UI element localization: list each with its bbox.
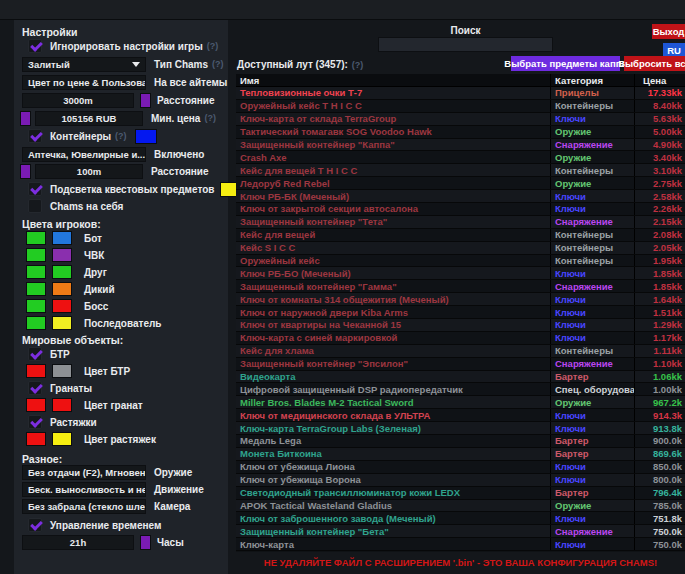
hidden-color-swatch[interactable] bbox=[52, 231, 72, 245]
item-category: Ключи bbox=[550, 319, 634, 331]
ignore-game-settings-checkbox[interactable] bbox=[28, 39, 42, 53]
btr-color-swatch-1[interactable] bbox=[26, 364, 46, 378]
table-row[interactable]: Защищенный контейнер "Бета" Снаряжение 7… bbox=[236, 525, 685, 538]
table-row[interactable]: Ключ от квартиры на Чеканной 15 Ключи 1.… bbox=[236, 319, 685, 332]
table-row[interactable]: Кейс для хлама Контейнеры 1.11kk bbox=[236, 345, 685, 358]
btr-color-swatch-2[interactable] bbox=[52, 364, 72, 378]
hidden-color-swatch[interactable] bbox=[52, 299, 72, 313]
time-color-swatch[interactable] bbox=[140, 535, 151, 550]
time-input[interactable]: 21h bbox=[22, 535, 134, 550]
tripwire-color-swatch-1[interactable] bbox=[26, 432, 46, 446]
table-row[interactable]: Ключ-карта с синей маркировкой Ключи 1.1… bbox=[236, 332, 685, 345]
table-row[interactable]: Ключ-карта от склада TerraGroup Ключи 5.… bbox=[236, 113, 685, 126]
grenade-color-swatch-1[interactable] bbox=[26, 398, 46, 412]
containers-checkbox[interactable] bbox=[28, 129, 42, 143]
meds-distance-color-swatch[interactable] bbox=[20, 164, 31, 179]
tripwire-color-swatch-2[interactable] bbox=[52, 432, 72, 446]
min-price-input[interactable]: 105156 RUB bbox=[35, 111, 143, 126]
table-row[interactable]: Оружейный кейс T H I C C Контейнеры 8.40… bbox=[236, 100, 685, 113]
all-items-dropdown[interactable]: Цвет по цене & Пользователь bbox=[22, 75, 146, 90]
table-row[interactable]: Тепловизионные очки Т-7 Прицелы 17.33kk bbox=[236, 87, 685, 100]
column-header-category[interactable]: Категория bbox=[550, 74, 634, 86]
table-row[interactable]: Ключ от убежища Ворона Ключи 800.0k bbox=[236, 474, 685, 487]
btr-checkbox[interactable] bbox=[28, 347, 42, 361]
item-category: Оружие bbox=[550, 151, 634, 163]
table-row[interactable]: Ключ-карта TerraGroup Labs (Зеленая) Клю… bbox=[236, 422, 685, 435]
help-marker[interactable]: (?) bbox=[207, 41, 219, 51]
drop-all-button[interactable]: Выбросить все bbox=[624, 56, 685, 71]
table-row[interactable]: Кейс S I C C Контейнеры 2.05kk bbox=[236, 242, 685, 255]
grenades-checkbox[interactable] bbox=[28, 381, 42, 395]
hidden-color-swatch[interactable] bbox=[52, 282, 72, 296]
table-row[interactable]: Ключ от закрытой секции автосалона Ключи… bbox=[236, 203, 685, 216]
chams-type-dropdown[interactable]: Залитый bbox=[22, 57, 146, 72]
table-row[interactable]: Ключ от заброшенного завода (Меченый) Кл… bbox=[236, 512, 685, 525]
quest-highlight-checkbox[interactable] bbox=[28, 182, 42, 196]
grenade-color-swatch-2[interactable] bbox=[52, 398, 72, 412]
select-kappa-items-button[interactable]: Выбрать предметы каппа bbox=[511, 56, 620, 71]
self-chams-checkbox[interactable] bbox=[28, 199, 42, 213]
table-row[interactable]: Тактический томагавк SOG Voodoo Hawk Ору… bbox=[236, 126, 685, 139]
min-price-color-swatch[interactable] bbox=[20, 111, 31, 126]
table-row[interactable]: Ключ от наружной двери Kiba Arms Ключи 1… bbox=[236, 306, 685, 319]
table-row[interactable]: Crash Axe Оружие 3.40kk bbox=[236, 151, 685, 164]
help-marker[interactable]: (?) bbox=[204, 113, 216, 123]
misc-dropdown[interactable]: Без забрала (стекло шлема) bbox=[22, 499, 146, 514]
table-row[interactable]: Цифровой защищенный DSP радиопередатчик … bbox=[236, 383, 685, 396]
item-name: Ключ от закрытой секции автосалона bbox=[236, 203, 550, 214]
table-row[interactable]: Ключ от медицинского склада в УЛЬТРА Клю… bbox=[236, 409, 685, 422]
meds-distance-input[interactable]: 100m bbox=[35, 164, 143, 179]
time-control-checkbox[interactable] bbox=[28, 518, 42, 532]
exit-button[interactable]: Выход bbox=[652, 24, 685, 39]
visible-color-swatch[interactable] bbox=[26, 265, 46, 279]
containers-color-swatch[interactable] bbox=[135, 129, 157, 144]
help-marker[interactable]: (?) bbox=[352, 60, 364, 70]
column-header-price[interactable]: Цена bbox=[634, 74, 685, 86]
table-row[interactable]: Ключ от комнаты 314 общежития (Меченый) … bbox=[236, 293, 685, 306]
hidden-color-swatch[interactable] bbox=[52, 316, 72, 330]
table-row[interactable]: Защищенный контейнер "Гамма" Снаряжение … bbox=[236, 280, 685, 293]
table-row[interactable]: Ключ РБ-БО (Меченый) Ключи 1.85kk bbox=[236, 267, 685, 280]
visible-color-swatch[interactable] bbox=[26, 282, 46, 296]
item-price: 900.0k bbox=[634, 435, 685, 447]
item-category: Снаряжение bbox=[550, 358, 634, 370]
column-header-name[interactable]: Имя bbox=[236, 75, 550, 86]
misc-dropdown[interactable]: Беск. выносливость и нет уста bbox=[22, 482, 146, 497]
distance-color-swatch[interactable] bbox=[140, 93, 151, 108]
title-bar[interactable] bbox=[0, 0, 685, 20]
table-row[interactable]: Защищенный контейнер "Эпсилон" Снаряжени… bbox=[236, 358, 685, 371]
table-row[interactable]: Кейс для вещей T H I C C Контейнеры 3.10… bbox=[236, 164, 685, 177]
distance-input[interactable]: 3000m bbox=[22, 93, 134, 108]
hidden-color-swatch[interactable] bbox=[52, 248, 72, 262]
table-row[interactable]: Видеокарта Бартер 1.06kk bbox=[236, 371, 685, 384]
visible-color-swatch[interactable] bbox=[26, 299, 46, 313]
player-color-row: Дикий bbox=[26, 282, 228, 296]
table-row[interactable]: Miller Bros. Blades M-2 Tactical Sword О… bbox=[236, 396, 685, 409]
help-marker[interactable]: (?) bbox=[115, 131, 127, 141]
item-category: Бартер bbox=[550, 487, 634, 499]
hidden-color-swatch[interactable] bbox=[52, 265, 72, 279]
item-name: Кейс для вещей T H I C C bbox=[236, 165, 550, 176]
table-row[interactable]: Кейс для вещей Контейнеры 2.08kk bbox=[236, 229, 685, 242]
table-row[interactable]: Светодиодный трансиллюминатор кожи LEDX … bbox=[236, 487, 685, 500]
table-row[interactable]: Защищенный контейнер "Тета" Снаряжение 2… bbox=[236, 216, 685, 229]
table-row[interactable]: Медаль Lega Бартер 900.0k bbox=[236, 435, 685, 448]
visible-color-swatch[interactable] bbox=[26, 248, 46, 262]
tripwires-checkbox[interactable] bbox=[28, 415, 42, 429]
search-input[interactable] bbox=[378, 37, 553, 52]
table-row[interactable]: Ключ от убежища Лиона Ключи 850.0k bbox=[236, 461, 685, 474]
table-row[interactable]: Монета Биткоина Бартер 869.6k bbox=[236, 448, 685, 461]
visible-color-swatch[interactable] bbox=[26, 316, 46, 330]
table-row[interactable]: Ледоруб Red Rebel Оружие 2.75kk bbox=[236, 177, 685, 190]
item-price: 5.63kk bbox=[634, 113, 685, 125]
item-price: 2.26kk bbox=[634, 203, 685, 215]
table-row[interactable]: Ключ РБ-БК (Меченый) Ключи 2.58kk bbox=[236, 190, 685, 203]
meds-dropdown[interactable]: Аптечка, Ювелирные и... bbox=[22, 147, 146, 162]
visible-color-swatch[interactable] bbox=[26, 231, 46, 245]
misc-dropdown[interactable]: Без отдачи (F2), Мгновенное п bbox=[22, 465, 146, 480]
help-marker[interactable]: (?) bbox=[212, 59, 224, 69]
table-row[interactable]: APOK Tactical Wasteland Gladius Оружие 7… bbox=[236, 500, 685, 513]
table-row[interactable]: Ключ-карта Ключи 750.0k bbox=[236, 538, 685, 551]
table-row[interactable]: Защищенный контейнер "Каппа" Снаряжение … bbox=[236, 139, 685, 152]
table-row[interactable]: Оружейный кейс Контейнеры 1.95kk bbox=[236, 255, 685, 268]
